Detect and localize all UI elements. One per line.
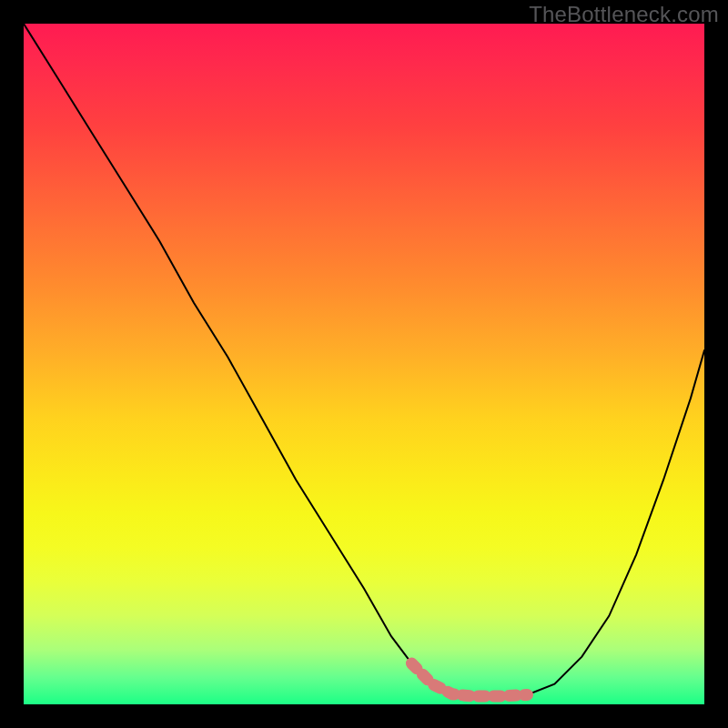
watermark-text: TheBottleneck.com [529,2,719,27]
plot-area [24,24,704,704]
chart-frame: TheBottleneck.com [0,0,728,728]
bottleneck-curve-path [24,24,704,696]
optimal-marker-path [411,663,527,696]
chart-svg [24,24,704,704]
